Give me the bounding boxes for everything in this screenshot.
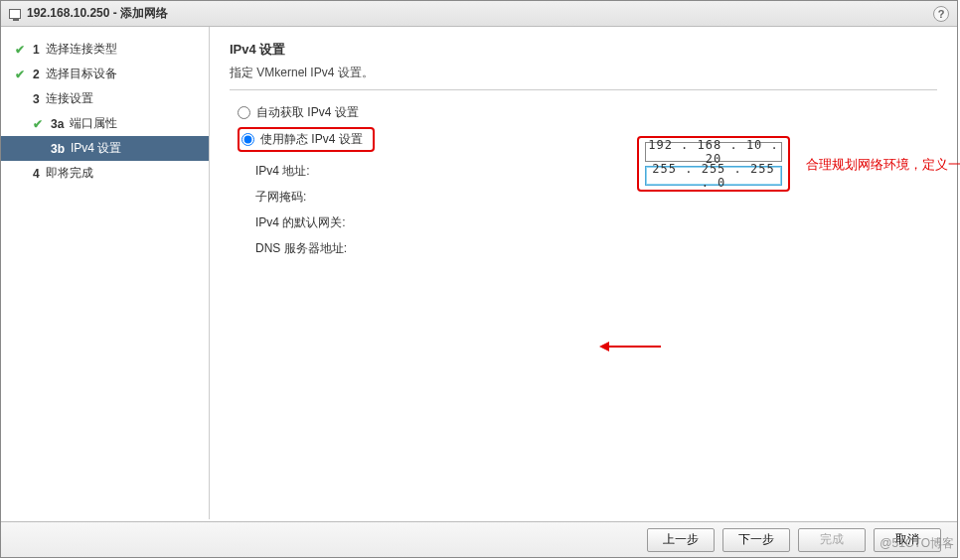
dialog-window: 192.168.10.250 - 添加网络 ? ✔ 1 选择连接类型 ✔ 2 选… <box>0 0 958 558</box>
step-number: 2 <box>33 68 40 81</box>
sidebar-item-connection-settings[interactable]: 3 连接设置 <box>1 86 209 111</box>
step-label: IPv4 设置 <box>71 140 121 157</box>
sidebar-item-connection-type[interactable]: ✔ 1 选择连接类型 <box>1 37 209 62</box>
step-label: 连接设置 <box>46 90 93 107</box>
sidebar-item-ready-complete[interactable]: 4 即将完成 <box>1 161 209 186</box>
help-icon[interactable]: ? <box>933 6 949 22</box>
radio-static[interactable] <box>241 133 254 146</box>
step-label: 即将完成 <box>46 165 93 182</box>
host-icon <box>9 9 21 19</box>
label-default-gateway: IPv4 的默认网关: <box>255 214 414 231</box>
radio-static-row[interactable]: 使用静态 IPv4 设置 <box>238 127 937 152</box>
label-dns-servers: DNS 服务器地址: <box>255 240 414 257</box>
radio-auto[interactable] <box>238 106 250 119</box>
dialog-footer: 上一步 下一步 完成 取消 <box>1 521 957 557</box>
annotation-text: 合理规划网络环境，定义一个静态的IP地址 <box>806 156 960 174</box>
step-label: 端口属性 <box>70 115 117 132</box>
step-number: 3b <box>51 142 65 156</box>
sidebar-item-target-device[interactable]: ✔ 2 选择目标设备 <box>1 62 209 86</box>
window-title: 192.168.10.250 - 添加网络 <box>27 5 168 22</box>
check-icon: ✔ <box>15 43 29 57</box>
annotation-box-static: 使用静态 IPv4 设置 <box>238 127 375 152</box>
content-pane: IPv4 设置 指定 VMkernel IPv4 设置。 自动获取 IPv4 设… <box>210 27 957 519</box>
ipv4-address-input[interactable]: 192 . 168 . 10 . 20 <box>645 142 782 162</box>
label-ipv4-address: IPv4 地址: <box>255 163 414 180</box>
step-number: 1 <box>33 43 40 57</box>
radio-auto-label: 自动获取 IPv4 设置 <box>256 104 359 121</box>
page-title: IPv4 设置 <box>230 41 937 59</box>
divider <box>230 89 937 90</box>
step-number: 4 <box>33 167 40 181</box>
step-number: 3a <box>51 117 64 131</box>
dialog-body: ✔ 1 选择连接类型 ✔ 2 选择目标设备 3 连接设置 ✔ 3a 端口属性 <box>1 27 957 519</box>
check-icon: ✔ <box>15 68 29 81</box>
step-label: 选择连接类型 <box>46 41 117 58</box>
radio-auto-row[interactable]: 自动获取 IPv4 设置 <box>238 104 937 121</box>
step-label: 选择目标设备 <box>46 66 117 82</box>
finish-button: 完成 <box>798 528 866 552</box>
next-button[interactable]: 下一步 <box>722 528 790 552</box>
sidebar-item-port-properties[interactable]: ✔ 3a 端口属性 <box>1 111 209 136</box>
page-subtitle: 指定 VMkernel IPv4 设置。 <box>230 65 937 81</box>
sidebar-item-ipv4-settings[interactable]: 3b IPv4 设置 <box>1 136 209 161</box>
check-icon: ✔ <box>33 117 47 131</box>
back-button[interactable]: 上一步 <box>647 528 715 552</box>
annotation-box-ip: 192 . 168 . 10 . 20 255 . 255 . 255 . 0 <box>637 136 790 192</box>
label-subnet-mask: 子网掩码: <box>255 189 414 206</box>
wizard-sidebar: ✔ 1 选择连接类型 ✔ 2 选择目标设备 3 连接设置 ✔ 3a 端口属性 <box>1 27 210 519</box>
subnet-mask-input[interactable]: 255 . 255 . 255 . 0 <box>645 166 782 186</box>
step-number: 3 <box>33 92 40 106</box>
radio-static-label: 使用静态 IPv4 设置 <box>260 131 363 148</box>
watermark: @51CTO博客 <box>880 535 954 552</box>
titlebar: 192.168.10.250 - 添加网络 ? <box>1 1 957 27</box>
